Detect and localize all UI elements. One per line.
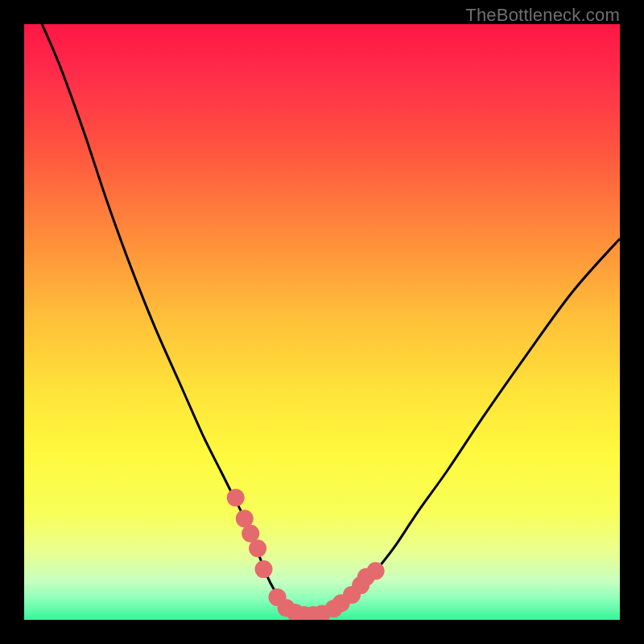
marker-dot	[255, 560, 273, 578]
highlight-markers	[227, 489, 385, 620]
bottleneck-curve	[42, 24, 620, 617]
watermark-text: TheBottleneck.com	[465, 5, 620, 26]
curve-layer	[24, 24, 620, 620]
plot-area	[24, 24, 620, 620]
marker-dot	[367, 562, 385, 580]
marker-dot	[249, 539, 266, 557]
chart-frame: TheBottleneck.com	[0, 0, 644, 644]
marker-dot	[227, 489, 245, 506]
